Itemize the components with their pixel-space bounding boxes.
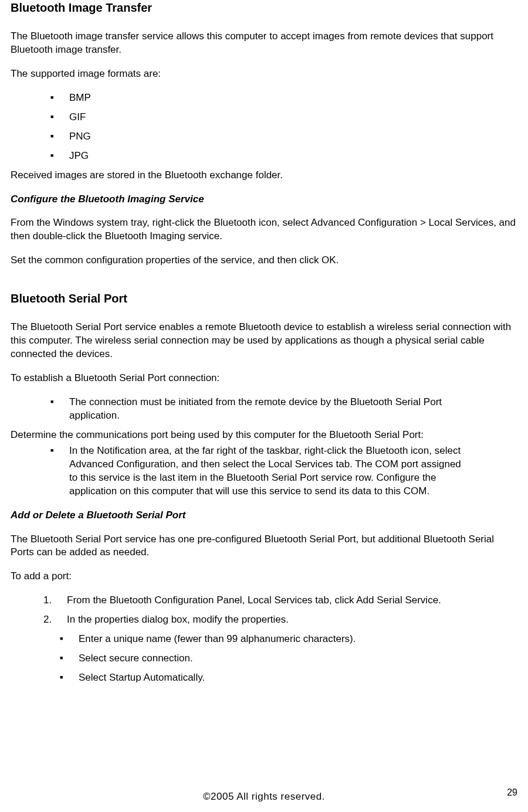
list-item: ■ PNG [11, 130, 468, 144]
bullet-marker-icon: ■ [50, 444, 69, 498]
section-serial-port: Bluetooth Serial Port The Bluetooth Seri… [11, 291, 517, 685]
bullet-marker-icon: ■ [50, 130, 69, 144]
bullet-marker-icon: ■ [50, 91, 69, 105]
ol-marker: 1. [43, 594, 67, 607]
paragraph: The supported image formats are: [11, 67, 517, 81]
bullet-marker-icon: ■ [60, 671, 79, 685]
bullet-marker-icon: ■ [50, 396, 69, 423]
paragraph: The Bluetooth Serial Port service has on… [11, 533, 517, 560]
list-item-text: From the Bluetooth Configuration Panel, … [67, 594, 492, 607]
page-number: 29 [507, 786, 517, 799]
paragraph: To establish a Bluetooth Serial Port con… [11, 372, 517, 385]
paragraph: Received images are stored in the Blueto… [11, 169, 517, 182]
formats-list: ■ BMP ■ GIF ■ PNG ■ JPG [11, 91, 517, 163]
list-item-text: PNG [69, 130, 468, 144]
list-item: ■ In the Notification area, at the far r… [11, 444, 468, 498]
list-item-text: BMP [69, 91, 468, 105]
paragraph: From the Windows system tray, right-clic… [11, 216, 517, 243]
list-item: ■ Select secure connection. [11, 652, 468, 665]
bullet-marker-icon: ■ [60, 652, 79, 665]
list-item-text: The connection must be initiated from th… [69, 396, 468, 423]
list-item-text: In the properties dialog box, modify the… [67, 613, 492, 627]
footer-copyright: ©2005 All rights reserved. [0, 790, 528, 804]
heading-image-transfer: Bluetooth Image Transfer [11, 0, 517, 16]
list-item: ■ GIF [11, 111, 468, 124]
establish-list: ■ The connection must be initiated from … [11, 396, 517, 423]
list-item: ■ BMP [11, 91, 468, 105]
paragraph: Determine the communications port being … [11, 429, 517, 442]
list-item: ■ Enter a unique name (fewer than 99 alp… [11, 633, 468, 646]
list-item: ■ The connection must be initiated from … [11, 396, 468, 423]
list-item-text: Enter a unique name (fewer than 99 alpha… [79, 633, 468, 646]
paragraph: To add a port: [11, 570, 517, 583]
ol-marker: 2. [43, 613, 67, 627]
list-item: 2. In the properties dialog box, modify … [11, 613, 492, 627]
add-port-steps: 1. From the Bluetooth Configuration Pane… [11, 594, 517, 685]
list-item-text: GIF [69, 111, 468, 124]
bullet-marker-icon: ■ [50, 111, 69, 124]
list-item-text: JPG [69, 150, 468, 163]
paragraph: The Bluetooth image transfer service all… [11, 30, 517, 57]
section-image-transfer: Bluetooth Image Transfer The Bluetooth i… [11, 0, 517, 267]
list-item-text: Select secure connection. [79, 652, 468, 665]
list-item: ■ Select Startup Automatically. [11, 671, 468, 685]
list-item: 1. From the Bluetooth Configuration Pane… [11, 594, 492, 607]
list-item-text: Select Startup Automatically. [79, 671, 468, 685]
paragraph: The Bluetooth Serial Port service enable… [11, 321, 517, 361]
list-item-text: In the Notification area, at the far rig… [69, 444, 468, 498]
bullet-marker-icon: ■ [50, 150, 69, 163]
determine-list: ■ In the Notification area, at the far r… [11, 444, 517, 498]
list-item: ■ JPG [11, 150, 468, 163]
paragraph: Set the common configuration properties … [11, 254, 517, 267]
subheading-add-delete-port: Add or Delete a Bluetooth Serial Port [11, 509, 517, 522]
heading-serial-port: Bluetooth Serial Port [11, 291, 517, 307]
bullet-marker-icon: ■ [60, 633, 79, 646]
subheading-configure-imaging: Configure the Bluetooth Imaging Service [11, 193, 517, 206]
